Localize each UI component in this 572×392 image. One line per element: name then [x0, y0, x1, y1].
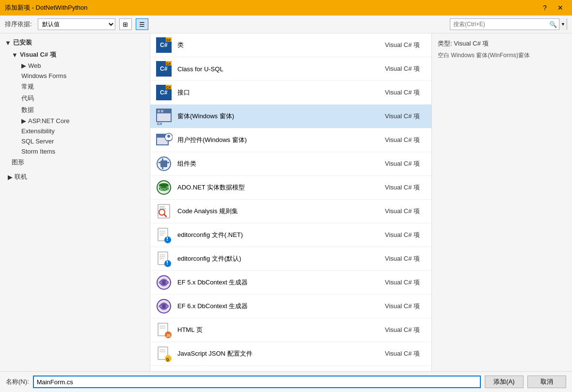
code-label: 代码	[21, 94, 34, 103]
online-triangle: ▶	[8, 173, 13, 181]
svg-text:C#: C#	[160, 89, 168, 96]
item-icon: C#	[154, 107, 174, 126]
item-category: Visual C# 项	[340, 326, 428, 334]
tree-item-code[interactable]: 代码	[0, 93, 150, 104]
data-label: 数据	[21, 106, 34, 114]
visual-csharp-label: Visual C# 项	[20, 50, 56, 59]
list-item[interactable]: C# C# 类Visual C# 项	[150, 33, 431, 57]
svg-rect-26	[162, 167, 163, 169]
online-label: 联机	[15, 172, 27, 181]
add-button[interactable]: 添加(A)	[485, 376, 524, 388]
svg-rect-14	[158, 110, 160, 112]
svg-rect-22	[160, 160, 167, 167]
item-category: Visual C# 项	[340, 278, 428, 287]
tree-item-extensibility[interactable]: Extensibility	[0, 126, 150, 136]
tree-item-common[interactable]: 常规	[0, 81, 150, 93]
item-icon	[154, 273, 174, 292]
tree-item-graphics[interactable]: 图形	[0, 157, 150, 168]
item-category: Visual C# 项	[340, 136, 428, 144]
right-panel: 类型: Visual C# 项 空白 Windows 窗体(WinForms)窗…	[431, 33, 572, 371]
svg-text:C#: C#	[166, 62, 171, 65]
search-dropdown-button[interactable]: ▼	[559, 18, 567, 30]
tree-item-web[interactable]: ▶ Web	[0, 61, 150, 71]
tree-item-asp-net-core[interactable]: ▶ ASP.NET Core	[0, 116, 150, 126]
tree-item-visual-csharp[interactable]: ▼ Visual C# 项	[0, 49, 150, 61]
list-item[interactable]: C# 窗体(Windows 窗体)Visual C# 项	[150, 105, 431, 128]
item-list: C# C# 类Visual C# 项 C# C# Class for U-SQL…	[150, 33, 431, 366]
item-icon	[154, 225, 174, 245]
middle-panel: C# C# 类Visual C# 项 C# C# Class for U-SQL…	[150, 33, 431, 371]
tree-item-windows-forms[interactable]: Windows Forms	[0, 71, 150, 81]
common-label: 常规	[21, 82, 34, 91]
name-label: 名称(N):	[6, 377, 29, 386]
list-item[interactable]: editorconfig 文件(.NET)Visual C# 项	[150, 223, 431, 247]
list-item[interactable]: C# C# 接口Visual C# 项	[150, 81, 431, 105]
item-category: Visual C# 项	[340, 254, 428, 263]
installed-section[interactable]: ▼ 已安装	[0, 36, 150, 49]
list-item[interactable]: EF 5.x DbContext 生成器Visual C# 项	[150, 271, 431, 295]
tree-item-data[interactable]: 数据	[0, 104, 150, 116]
item-icon	[154, 297, 174, 316]
grid-view-button[interactable]: ⊞	[119, 18, 132, 30]
item-icon: {}	[154, 344, 174, 363]
svg-rect-47	[167, 264, 168, 265]
item-name: 用户控件(Windows 窗体)	[177, 136, 340, 144]
item-icon	[154, 154, 174, 173]
web-label: Web	[28, 62, 41, 69]
list-item[interactable]: 组件类Visual C# 项	[150, 152, 431, 176]
list-item[interactable]: editorconfig 文件(默认)Visual C# 项	[150, 247, 431, 271]
tree-item-online[interactable]: ▶ 联机	[0, 171, 150, 183]
item-name: 组件类	[177, 159, 340, 168]
name-input[interactable]	[33, 376, 481, 388]
item-name: 类	[177, 41, 340, 49]
close-button[interactable]: ✕	[554, 2, 567, 13]
windows-forms-label: Windows Forms	[21, 72, 66, 79]
svg-text:{}: {}	[166, 358, 169, 361]
item-name: Code Analysis 规则集	[177, 207, 340, 216]
svg-rect-40	[167, 240, 168, 241]
tree-item-sql-server[interactable]: SQL Server	[0, 136, 150, 146]
svg-text:C#: C#	[166, 38, 171, 42]
tree-item-storm-items[interactable]: Storm Items	[0, 146, 150, 157]
svg-text:JS: JS	[166, 334, 171, 337]
svg-point-56	[162, 304, 166, 308]
asp-net-label: ASP.NET Core	[28, 117, 70, 125]
item-name: editorconfig 文件(.NET)	[177, 231, 340, 239]
list-item[interactable]: Code Analysis 规则集Visual C# 项	[150, 200, 431, 223]
item-name: 接口	[177, 88, 340, 97]
item-icon: C# C#	[154, 59, 174, 78]
search-input[interactable]	[450, 19, 547, 30]
list-item[interactable]: {} JavaScript JSON 配置文件Visual C# 项	[150, 342, 431, 366]
item-category: Visual C# 项	[340, 64, 428, 73]
list-item[interactable]: JS HTML 页Visual C# 项	[150, 318, 431, 342]
svg-text:C#: C#	[160, 65, 168, 72]
svg-rect-39	[167, 237, 168, 239]
left-panel: ▼ 已安装 ▼ Visual C# 项 ▶ Web Windows Forms …	[0, 33, 150, 371]
web-triangle: ▶	[21, 62, 26, 69]
list-item[interactable]: 用户控件(Windows 窗体)Visual C# 项	[150, 128, 431, 152]
list-item[interactable]: ADO ADO.NET 实体数据模型Visual C# 项	[150, 176, 431, 200]
item-icon	[154, 202, 174, 221]
svg-rect-23	[159, 162, 160, 163]
installed-label: 已安装	[13, 38, 32, 47]
sort-select[interactable]: 默认值	[38, 18, 115, 30]
item-icon: C# C#	[154, 83, 174, 102]
search-icon-button[interactable]: 🔍	[547, 18, 559, 30]
list-view-button[interactable]: ☰	[136, 18, 148, 30]
item-icon: JS	[154, 320, 174, 340]
search-box: 🔍 ▼	[450, 18, 567, 30]
installed-triangle: ▼	[5, 39, 11, 47]
help-button[interactable]: ?	[538, 2, 552, 13]
cancel-button[interactable]: 取消	[527, 376, 566, 388]
item-category: Visual C# 项	[340, 302, 428, 311]
svg-rect-32	[158, 204, 170, 218]
item-name: editorconfig 文件(默认)	[177, 254, 340, 263]
list-item[interactable]: EF 6.x DbContext 生成器Visual C# 项	[150, 295, 431, 318]
list-item[interactable]: C# C# Class for U-SQLVisual C# 项	[150, 57, 431, 81]
toolbar: 排序依据: 默认值 ⊞ ☰ 🔍 ▼	[0, 16, 572, 33]
sort-label: 排序依据:	[5, 20, 32, 29]
item-name: EF 5.x DbContext 生成器	[177, 278, 340, 287]
svg-text:C#: C#	[157, 122, 162, 125]
dialog-body: 排序依据: 默认值 ⊞ ☰ 🔍 ▼ ▼ 已安装 ▼ Visual C# 项 ▶	[0, 16, 572, 392]
window-controls: ? ✕	[538, 2, 567, 13]
